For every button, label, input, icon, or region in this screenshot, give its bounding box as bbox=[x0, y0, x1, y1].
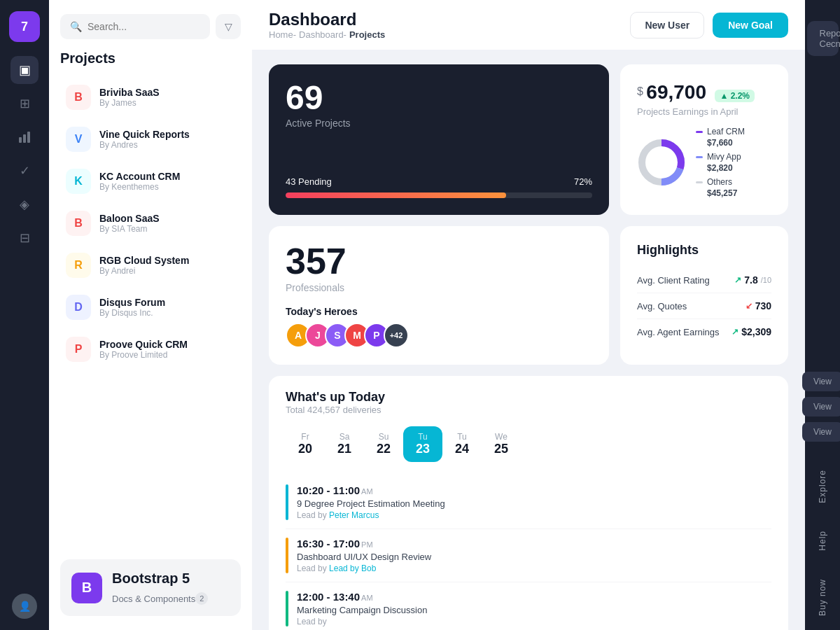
row-2: 357 Professionals Today's Heroes A J S M… bbox=[269, 226, 788, 365]
project-item-baloon[interactable]: B Baloon SaaS By SIA Team bbox=[60, 204, 241, 243]
highlight-val-quotes: 730 bbox=[755, 300, 771, 312]
cal-day-25[interactable]: We 25 bbox=[482, 426, 521, 462]
event-time-1: 10:20 - 11:00AM bbox=[297, 484, 771, 496]
project-item-briviba[interactable]: B Briviba SaaS By James bbox=[60, 78, 241, 117]
event-name-1: 9 Degree Project Estimation Meeting bbox=[297, 498, 771, 509]
highlight-name-quotes: Avg. Quotes bbox=[637, 301, 687, 312]
project-item-proove[interactable]: P Proove Quick CRM By Proove Limited bbox=[60, 330, 241, 369]
project-name: Vine Quick Reports bbox=[99, 129, 190, 140]
project-author: By Andrei bbox=[99, 266, 189, 276]
calendar-days: Fr 20 Sa 21 Su 22 Tu 23 Tu 24 bbox=[286, 426, 771, 462]
projects-header: 🔍 ▽ bbox=[60, 14, 241, 39]
sidebar-user-avatar[interactable]: 👤 bbox=[12, 594, 37, 619]
earnings-badge: ▲ 2.2% bbox=[715, 90, 755, 102]
project-logo-kc: K bbox=[66, 169, 91, 194]
active-projects-card: 69 Active Projects 43 Pending 72% bbox=[269, 64, 609, 215]
sidebar-icon-check[interactable]: ✓ bbox=[10, 157, 38, 185]
sidebar-icon-chart[interactable] bbox=[10, 123, 38, 151]
event-lead-link-1[interactable]: Peter Marcus bbox=[329, 510, 379, 520]
sidebar-icon-dashboard[interactable]: ▣ bbox=[10, 56, 38, 84]
bootstrap-label: Bootstrap 5 bbox=[112, 570, 208, 587]
project-author: By Keenthemes bbox=[99, 182, 180, 192]
project-item-rgb[interactable]: R RGB Cloud System By Andrei bbox=[60, 246, 241, 285]
legend-amount-leaf: $7,660 bbox=[707, 138, 745, 148]
calendar-section: What's up Today Total 424,567 deliveries… bbox=[269, 376, 788, 630]
event-name-3: Marketing Campaign Discussion bbox=[297, 605, 771, 615]
project-name: Briviba SaaS bbox=[99, 87, 160, 98]
legend-item-mivy: Mivy App bbox=[696, 152, 745, 162]
project-logo-disqus: D bbox=[66, 295, 91, 320]
page-title: Dashboard bbox=[269, 10, 385, 29]
side-panel: Report Cecnter View View View Explore He… bbox=[805, 0, 840, 630]
cal-day-22[interactable]: Su 22 bbox=[364, 426, 403, 462]
highlight-val-rating: 7.8 bbox=[744, 274, 757, 286]
docs-count: 2 bbox=[195, 592, 208, 605]
new-user-button[interactable]: New User bbox=[630, 12, 704, 38]
highlights-title: Highlights bbox=[637, 243, 771, 258]
cal-day-23[interactable]: Tu 23 bbox=[403, 426, 442, 462]
project-author: By Disqus Inc. bbox=[99, 308, 165, 318]
new-goal-button[interactable]: New Goal bbox=[713, 13, 788, 38]
project-item-vine[interactable]: V Vine Quick Reports By Andres bbox=[60, 120, 241, 159]
earnings-amount: 69,700 bbox=[646, 81, 706, 103]
event-bar-3 bbox=[286, 591, 288, 626]
sidebar-avatar[interactable]: 7 bbox=[9, 11, 40, 42]
legend-dot-mivy bbox=[696, 156, 703, 158]
dashboard-grid: 69 Active Projects 43 Pending 72% $ bbox=[252, 50, 805, 630]
cal-day-20[interactable]: Fr 20 bbox=[286, 426, 325, 462]
whatsup-title: What's up Today bbox=[286, 390, 771, 405]
sidebar-icon-briefcase[interactable]: ⊟ bbox=[10, 224, 38, 252]
project-logo-briviba: B bbox=[66, 85, 91, 110]
donut-chart bbox=[637, 138, 686, 187]
project-item-disqus[interactable]: D Disqus Forum By Disqus Inc. bbox=[60, 288, 241, 327]
report-center-button[interactable]: Report Cecnter bbox=[807, 21, 839, 56]
project-author: By SIA Team bbox=[99, 224, 160, 234]
project-item-kc[interactable]: K KC Account CRM By Keenthemes bbox=[60, 162, 241, 201]
project-author: By Andres bbox=[99, 140, 190, 150]
highlight-name-rating: Avg. Client Rating bbox=[637, 275, 710, 286]
header: Dashboard Home- Dashboard- Projects New … bbox=[252, 0, 805, 50]
professionals-count: 357 bbox=[286, 243, 592, 279]
sidebar-icon-grid[interactable]: ⊞ bbox=[10, 90, 38, 118]
view-button-3[interactable]: View bbox=[802, 422, 840, 442]
search-icon: 🔍 bbox=[70, 21, 82, 32]
search-input[interactable] bbox=[88, 21, 200, 32]
pending-pct: 72% bbox=[574, 176, 592, 187]
professionals-card: 357 Professionals Today's Heroes A J S M… bbox=[269, 226, 609, 365]
event-name-2: Dashboard UI/UX Design Review bbox=[297, 552, 771, 562]
cal-day-21[interactable]: Sa 21 bbox=[325, 426, 364, 462]
explore-btn[interactable]: Explore bbox=[811, 456, 834, 517]
buy-now-btn[interactable]: Buy now bbox=[811, 565, 834, 630]
pending-bar-fill bbox=[286, 192, 506, 198]
highlight-row-earnings: Avg. Agent Earnings ↗ $2,309 bbox=[637, 319, 771, 344]
view-button-1[interactable]: View bbox=[802, 372, 840, 391]
earnings-currency: $ bbox=[637, 85, 643, 98]
donut-legend: Leaf CRM $7,660 Mivy App $2,820 Others $… bbox=[696, 127, 745, 198]
project-name: Disqus Forum bbox=[99, 297, 165, 308]
earnings-label: Projects Earnings in April bbox=[637, 106, 771, 117]
event-time-3: 12:00 - 13:40AM bbox=[297, 591, 771, 603]
search-box[interactable]: 🔍 bbox=[60, 14, 210, 39]
view-button-2[interactable]: View bbox=[802, 397, 840, 416]
avatar-more: +42 bbox=[384, 323, 409, 348]
main-content: Dashboard Home- Dashboard- Projects New … bbox=[252, 0, 805, 630]
project-author: By Proove Limited bbox=[99, 350, 188, 360]
event-lead-link-2[interactable]: Lead by Bob bbox=[329, 564, 376, 573]
project-logo-proove: P bbox=[66, 337, 91, 362]
projects-title: Projects bbox=[60, 50, 241, 66]
event-bar-2 bbox=[286, 538, 288, 573]
pending-bar-bg bbox=[286, 192, 592, 198]
event-lead-1: Lead by Peter Marcus bbox=[297, 510, 771, 520]
bootstrap-icon: B bbox=[71, 573, 102, 603]
cal-day-24[interactable]: Tu 24 bbox=[442, 426, 482, 462]
trend-up-icon: ↗ bbox=[734, 275, 741, 285]
event-lead-2: Lead by Lead by Bob bbox=[297, 564, 771, 573]
donut-area: Leaf CRM $7,660 Mivy App $2,820 Others $… bbox=[637, 127, 771, 198]
help-btn[interactable]: Help bbox=[811, 517, 834, 565]
project-name: KC Account CRM bbox=[99, 171, 180, 182]
sidebar-icon-layers[interactable]: ◈ bbox=[10, 190, 38, 218]
whatsup-subtitle: Total 424,567 deliveries bbox=[286, 405, 771, 415]
filter-button[interactable]: ▽ bbox=[216, 14, 241, 39]
legend-dot-others bbox=[696, 181, 703, 183]
bootstrap-card[interactable]: B Bootstrap 5 Docs & Components 2 bbox=[60, 559, 241, 616]
